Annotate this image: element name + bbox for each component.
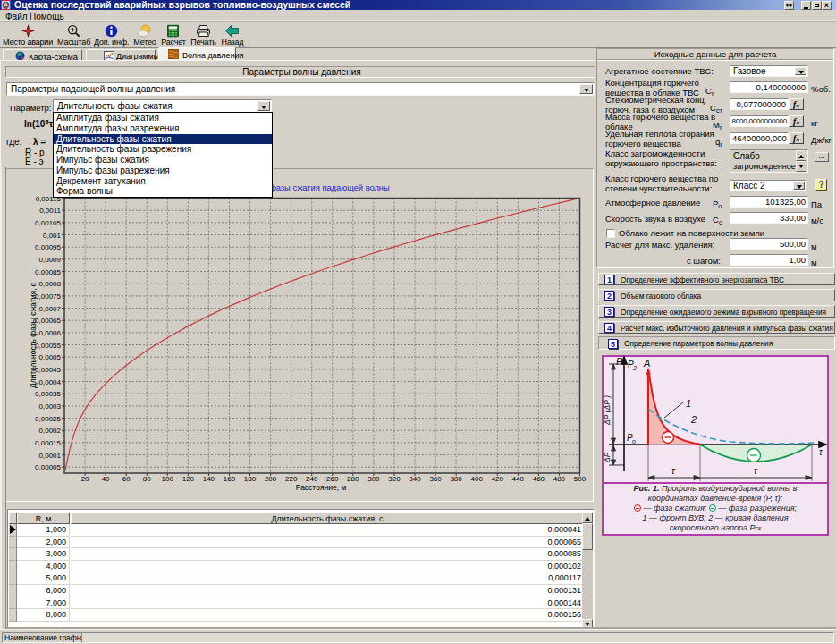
svg-text:280: 280 — [347, 475, 359, 483]
svg-text:240: 240 — [306, 475, 318, 483]
svg-text:A: A — [643, 358, 650, 369]
svg-text:2: 2 — [690, 414, 697, 425]
svg-text:1: 1 — [686, 398, 691, 409]
svg-text:0,0009: 0,0009 — [39, 256, 62, 264]
svg-text:140: 140 — [203, 475, 215, 483]
svg-text:80: 80 — [143, 475, 151, 483]
svg-text:380: 380 — [450, 475, 462, 483]
svg-text:0,0002: 0,0002 — [39, 427, 62, 435]
svg-text:0,0004: 0,0004 — [39, 378, 62, 386]
svg-text:260: 260 — [326, 475, 339, 483]
svg-text:340: 340 — [409, 475, 421, 483]
svg-text:0,0003: 0,0003 — [39, 402, 62, 411]
svg-text:320: 320 — [388, 475, 401, 483]
svg-text:P: P — [616, 356, 623, 367]
svg-text:100: 100 — [162, 475, 174, 483]
svg-text:220: 220 — [285, 475, 298, 483]
svg-text:Расстояние, м: Расстояние, м — [296, 483, 347, 492]
svg-text:0,00065: 0,00065 — [35, 317, 61, 325]
svg-text:300: 300 — [367, 475, 380, 483]
svg-text:0,001: 0,001 — [43, 232, 62, 240]
svg-text:400: 400 — [471, 475, 484, 483]
svg-text:500: 500 — [574, 475, 587, 483]
svg-text:0,0005: 0,0005 — [39, 353, 62, 361]
svg-text:0,0001: 0,0001 — [39, 452, 62, 460]
svg-text:o: o — [632, 438, 636, 445]
svg-text:0,00085: 0,00085 — [35, 268, 61, 276]
svg-text:2: 2 — [632, 365, 637, 371]
svg-text:420: 420 — [492, 475, 504, 483]
svg-text:440: 440 — [512, 475, 525, 483]
svg-text:ΔР: ΔР — [603, 452, 612, 463]
svg-text:0,00015: 0,00015 — [35, 439, 61, 447]
svg-text:0,00035: 0,00035 — [35, 390, 61, 398]
svg-text:0,00105: 0,00105 — [35, 219, 61, 227]
svg-text:0,0006: 0,0006 — [39, 329, 62, 337]
svg-text:Длительность фазы сжатия, с: Длительность фазы сжатия, с — [29, 282, 38, 388]
svg-text:0,0011: 0,0011 — [39, 207, 61, 215]
svg-text:0,0008: 0,0008 — [39, 280, 62, 288]
svg-text:460: 460 — [533, 475, 545, 483]
svg-text:180: 180 — [244, 475, 257, 483]
svg-text:120: 120 — [182, 475, 195, 483]
svg-text:0,00095: 0,00095 — [35, 243, 61, 251]
svg-text:0,0007: 0,0007 — [39, 305, 62, 313]
svg-text:360: 360 — [429, 475, 442, 483]
svg-text:ΔР (ΔР ): ΔР (ΔР ) — [603, 395, 612, 426]
svg-text:20: 20 — [81, 475, 89, 483]
svg-text:0,00045: 0,00045 — [35, 366, 61, 374]
svg-text:200: 200 — [265, 475, 277, 483]
svg-text:60: 60 — [122, 475, 131, 483]
svg-text:40: 40 — [102, 475, 110, 483]
svg-text:480: 480 — [553, 475, 566, 483]
svg-text:0,00075: 0,00075 — [35, 292, 61, 301]
svg-text:160: 160 — [224, 475, 236, 483]
svg-text:0,00055: 0,00055 — [35, 342, 61, 350]
svg-text:0,00025: 0,00025 — [35, 415, 61, 423]
svg-text:0,00005: 0,00005 — [35, 463, 61, 471]
